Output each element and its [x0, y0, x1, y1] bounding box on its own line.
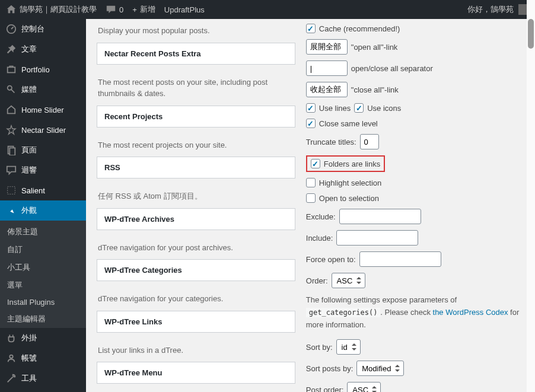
include-row: Include: — [306, 230, 524, 246]
sort-posts-select[interactable]: Modified — [356, 361, 404, 376]
site-name: 鵠學苑｜網頁設計教學 — [20, 4, 97, 15]
sidebar-item-plugins[interactable]: 外掛 — [0, 328, 86, 348]
widget-desc: Your custom menus, the dTree way. — [97, 390, 295, 392]
settings-column: Cache (recommended!) "open all"-link ope… — [306, 19, 524, 392]
sidebar-item-pages[interactable]: 頁面 — [0, 140, 86, 160]
sidebar-item-salient[interactable]: Salient — [0, 180, 86, 200]
widget-title: WP-dTree Archives — [97, 209, 295, 230]
highlighted-setting: Folders are links — [306, 155, 385, 172]
widget-title: WP-dTree Categories — [97, 260, 295, 281]
sidebar-item-settings[interactable]: 設定 — [0, 388, 86, 392]
open-sel-row: Open to selection — [306, 193, 524, 203]
sort-posts-row: Sort posts by: Modified — [306, 361, 524, 376]
cache-label: Cache (recommended!) — [319, 24, 400, 33]
appearance-icon — [6, 205, 17, 216]
submenu-widgets[interactable]: 小工具 — [0, 259, 86, 276]
main-container: 控制台 文章 Portfolio 媒體 Home Slider Nectar S… — [0, 19, 535, 392]
separator-row: open/close all separator — [306, 60, 524, 76]
widget-desc: List your links in a dTree. — [97, 339, 295, 362]
sidebar-item-portfolio[interactable]: Portfolio — [0, 59, 86, 79]
sidebar-item-tools[interactable]: 工具 — [0, 368, 86, 388]
add-new-label: 新增 — [140, 4, 155, 15]
force-open-input[interactable] — [359, 251, 441, 267]
codex-link[interactable]: the WordPress Codex — [433, 308, 508, 317]
note-text: The following settings expose parameters… — [306, 294, 524, 331]
close-same-row: Close same level — [306, 119, 524, 128]
widget-item[interactable]: WP-dTree Menu — [97, 362, 295, 384]
submenu-customize[interactable]: 自訂 — [0, 241, 86, 259]
comment-icon — [106, 4, 116, 15]
sidebar-item-posts[interactable]: 文章 — [0, 39, 86, 59]
plugin-icon — [6, 333, 17, 343]
widget-item[interactable]: WP-dTree Archives — [97, 208, 295, 230]
widget-desc: The most recent posts on your site, incl… — [97, 71, 295, 106]
sidebar-item-media[interactable]: 媒體 — [0, 79, 86, 100]
add-new-link[interactable]: + 新增 — [132, 4, 155, 15]
sidebar-item-nectar-slider[interactable]: Nectar Slider — [0, 120, 86, 140]
home-icon — [6, 104, 17, 115]
plus-icon: + — [132, 5, 137, 14]
widget-title: WP-dTree Links — [97, 311, 295, 332]
cache-checkbox[interactable] — [306, 24, 316, 33]
close-all-input[interactable] — [306, 82, 348, 97]
post-order-select[interactable]: ASC — [347, 382, 381, 392]
widget-item[interactable]: WP-dTree Categories — [97, 259, 295, 281]
post-order-label: Post order: — [306, 385, 344, 392]
sort-posts-label: Sort posts by: — [306, 364, 353, 373]
home-icon — [6, 4, 17, 15]
content-area: Display your most popular posts. Nectar … — [86, 19, 535, 392]
use-icons-label: Use icons — [367, 104, 401, 113]
close-same-checkbox[interactable] — [306, 119, 316, 128]
open-all-row: "open all"-link — [306, 39, 524, 55]
order-label: Order: — [306, 276, 328, 285]
greeting-text[interactable]: 你好，鵠學苑 — [467, 4, 514, 15]
submenu-themes[interactable]: 佈景主題 — [0, 221, 86, 241]
submenu-theme-editor[interactable]: 主題編輯器 — [0, 310, 86, 328]
sidebar-item-comments[interactable]: 迴響 — [0, 160, 86, 180]
lines-icons-row: Use lines Use icons — [306, 103, 524, 113]
submenu-menus[interactable]: 選單 — [0, 276, 86, 294]
tools-icon — [6, 373, 17, 384]
widget-item[interactable]: Recent Projects — [97, 106, 295, 128]
submenu-install-plugins[interactable]: Install Plugins — [0, 294, 86, 310]
exclude-input[interactable] — [339, 209, 421, 224]
order-select[interactable]: ASC — [332, 273, 365, 288]
site-name-link[interactable]: 鵠學苑｜網頁設計教學 — [6, 4, 97, 15]
widget-item[interactable]: WP-dTree Links — [97, 311, 295, 333]
star-icon — [6, 125, 17, 135]
scrollbar-track[interactable] — [527, 0, 535, 392]
highlight-sel-label: Highlight selection — [319, 179, 382, 187]
sidebar-item-dashboard[interactable]: 控制台 — [0, 19, 86, 39]
sidebar-item-users[interactable]: 帳號 — [0, 348, 86, 368]
open-all-input[interactable] — [306, 39, 348, 55]
open-sel-checkbox[interactable] — [306, 193, 316, 203]
page-icon — [6, 145, 17, 155]
comments-link[interactable]: 0 — [106, 4, 123, 15]
folders-links-checkbox[interactable] — [311, 159, 320, 168]
admin-sidebar: 控制台 文章 Portfolio 媒體 Home Slider Nectar S… — [0, 19, 86, 392]
dashboard-icon — [6, 24, 17, 34]
widget-item[interactable]: RSS — [97, 157, 295, 179]
sort-by-label: Sort by: — [306, 343, 333, 352]
user-icon — [6, 353, 17, 364]
scrollbar-thumb[interactable] — [528, 19, 534, 49]
sidebar-item-appearance[interactable]: 外觀 — [0, 200, 86, 221]
include-input[interactable] — [336, 230, 418, 246]
truncate-input[interactable] — [360, 134, 379, 149]
sidebar-item-home-slider[interactable]: Home Slider — [0, 100, 86, 120]
updraft-label: UpdraftPlus — [164, 5, 205, 14]
svg-point-6 — [9, 355, 12, 358]
widget-desc: Display your most popular posts. — [97, 19, 295, 43]
widget-item[interactable]: Nectar Recent Posts Extra — [97, 43, 295, 65]
highlight-sel-checkbox[interactable] — [306, 178, 316, 187]
widgets-column: Display your most popular posts. Nectar … — [97, 19, 295, 392]
sort-by-select[interactable]: id — [336, 339, 361, 355]
separator-input[interactable] — [306, 60, 348, 76]
order-row: Order: ASC — [306, 273, 524, 288]
use-icons-checkbox[interactable] — [354, 103, 364, 113]
topbar-left: 鵠學苑｜網頁設計教學 0 + 新增 UpdraftPlus — [6, 4, 205, 15]
use-lines-checkbox[interactable] — [306, 103, 316, 113]
svg-rect-5 — [8, 187, 15, 195]
updraft-link[interactable]: UpdraftPlus — [164, 5, 205, 14]
cache-row: Cache (recommended!) — [306, 24, 524, 33]
